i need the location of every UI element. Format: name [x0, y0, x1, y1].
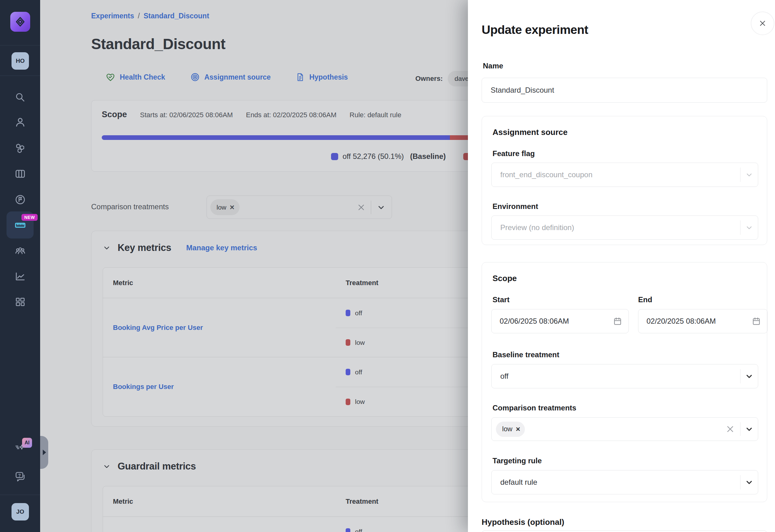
- legend-item-off: off 52,276 (50.1%) (Baseline): [331, 152, 446, 161]
- manage-key-metrics-link[interactable]: Manage key metrics: [186, 243, 257, 252]
- breadcrumb: Experiments/Standard_Discount: [91, 12, 209, 20]
- quick-links: Health Check Assignment source Hypothesi…: [105, 72, 348, 82]
- scope-card: Scope Start End 02/06/2025 08:06AM 02/20…: [482, 262, 767, 502]
- treatment-chip-low[interactable]: low ✕: [210, 199, 239, 215]
- collapse-chevron-icon[interactable]: [103, 244, 111, 252]
- environment-value: Preview (no definition): [500, 223, 574, 232]
- sidebar-item-dashboards[interactable]: [0, 295, 40, 309]
- calendar-icon[interactable]: [752, 317, 761, 326]
- expand-arrow-icon: [42, 450, 47, 455]
- assignment-source-link[interactable]: Assignment source: [190, 72, 271, 82]
- drawer-title: Update experiment: [482, 23, 588, 37]
- svg-text:?: ?: [18, 473, 21, 478]
- targeting-rule-select[interactable]: default rule: [491, 470, 758, 494]
- comparison-treatments-label: Comparison treatments: [91, 202, 169, 211]
- sidebar-item-help[interactable]: ?: [0, 470, 40, 483]
- breadcrumb-separator: /: [138, 12, 140, 20]
- scope-summary-header: Scope Starts at: 02/06/2025 08:06AM Ends…: [102, 110, 402, 119]
- scope-title: Scope: [102, 110, 127, 119]
- treatment-chip-low[interactable]: low ✕: [496, 422, 525, 437]
- hypothesis-optional-heading: Hypothesis (optional): [482, 517, 564, 527]
- close-drawer-button[interactable]: [751, 12, 774, 35]
- end-date-value: 02/20/2025 08:06AM: [647, 317, 716, 326]
- comparison-treatments-label: Comparison treatments: [493, 404, 576, 412]
- sidebar-item-layouts[interactable]: [0, 167, 40, 181]
- metric-link[interactable]: Average Downloads In Promoters Net: [103, 517, 336, 532]
- treatment-dot-low: [346, 339, 350, 346]
- guardrail-metrics-header: Guardrail metrics: [103, 461, 196, 472]
- start-label: Start: [493, 295, 510, 304]
- scope-heading: Scope: [493, 274, 517, 283]
- feature-flag-select[interactable]: front_end_discount_coupon: [491, 163, 758, 187]
- experiment-name-input[interactable]: [482, 78, 767, 103]
- document-icon: [295, 72, 305, 82]
- health-check-label: Health Check: [120, 73, 165, 81]
- treatment-dot-low: [346, 399, 350, 405]
- sidebar-divider: [0, 76, 40, 76]
- chevron-down-icon: [740, 372, 758, 381]
- sidebar-expand-handle[interactable]: [40, 436, 48, 469]
- metric-link[interactable]: Booking Avg Price per User: [103, 298, 336, 357]
- chevron-down-icon[interactable]: [377, 203, 385, 212]
- health-check-link[interactable]: Health Check: [105, 72, 165, 82]
- close-icon: [758, 19, 767, 28]
- comparison-treatments-select[interactable]: low ✕: [206, 196, 392, 219]
- sidebar-item-flags[interactable]: [0, 193, 40, 206]
- baseline-treatment-value: off: [500, 372, 508, 381]
- hypothesis-input[interactable]: [482, 530, 767, 532]
- guardrail-metrics-title: Guardrail metrics: [118, 461, 196, 472]
- start-date-input[interactable]: 02/06/2025 08:06AM: [491, 309, 629, 333]
- column-header-metric: Metric: [103, 486, 336, 517]
- legend-baseline-tag: (Baseline): [410, 152, 446, 161]
- breadcrumb-current[interactable]: Standard_Discount: [143, 12, 209, 20]
- app-logo[interactable]: [10, 12, 30, 32]
- scope-rule: Rule: default rule: [350, 111, 402, 119]
- environment-select[interactable]: Preview (no definition): [491, 215, 758, 240]
- start-date-value: 02/06/2025 08:06AM: [500, 317, 569, 326]
- hypothesis-link[interactable]: Hypothesis: [295, 72, 348, 82]
- user-avatar[interactable]: JO: [12, 503, 29, 520]
- owners-label: Owners:: [415, 75, 443, 83]
- chevron-down-icon: [740, 224, 758, 232]
- sidebar-divider: [0, 495, 40, 495]
- sidebar-item-users[interactable]: [0, 115, 40, 129]
- search-icon: [15, 92, 26, 103]
- new-badge: NEW: [21, 214, 38, 221]
- comparison-treatments-multiselect[interactable]: low ✕: [491, 417, 758, 441]
- person-icon: [14, 116, 26, 128]
- app-screen: HO NEW AI: [0, 0, 775, 532]
- hypothesis-label: Hypothesis: [309, 73, 348, 81]
- targeting-rule-value: default rule: [500, 478, 537, 487]
- sidebar-item-audiences[interactable]: [0, 244, 40, 257]
- update-experiment-drawer: Update experiment Name Assignment source…: [468, 0, 775, 532]
- sidebar-item-ai-assistant[interactable]: [0, 440, 40, 454]
- sidebar-item-search[interactable]: [0, 90, 40, 104]
- baseline-treatment-select[interactable]: off: [491, 364, 758, 388]
- sidebar-item-analytics[interactable]: [0, 270, 40, 283]
- clear-selection-icon[interactable]: [357, 203, 365, 211]
- calendar-icon[interactable]: [613, 317, 622, 326]
- column-header-metric: Metric: [103, 268, 336, 298]
- treatment-chip-label: low: [502, 425, 513, 433]
- assignment-source-label: Assignment source: [204, 73, 271, 81]
- select-divider: [371, 201, 371, 214]
- breadcrumb-experiments[interactable]: Experiments: [91, 12, 134, 20]
- treatment-dot-off: [346, 369, 350, 375]
- line-chart-icon: [14, 271, 26, 282]
- flag-circle-icon: [14, 194, 26, 206]
- treatment-dot-off: [346, 528, 350, 532]
- clear-selection-icon[interactable]: [726, 425, 735, 433]
- feature-flag-value: front_end_discount_coupon: [500, 170, 592, 179]
- sidebar-item-segments[interactable]: [0, 141, 40, 155]
- chevron-down-icon: [740, 478, 758, 487]
- metric-link[interactable]: Bookings per User: [103, 357, 336, 416]
- scope-ends-at: Ends at: 02/20/2025 08:06AM: [246, 111, 336, 119]
- chip-remove-icon[interactable]: ✕: [230, 204, 235, 211]
- hexagons-icon: [14, 142, 26, 154]
- sidebar: HO NEW AI: [0, 0, 40, 532]
- end-date-input[interactable]: 02/20/2025 08:06AM: [638, 309, 768, 333]
- logo-diamond-icon: [15, 16, 26, 27]
- workspace-avatar[interactable]: HO: [12, 52, 29, 70]
- collapse-chevron-icon[interactable]: [103, 462, 111, 470]
- chip-remove-icon[interactable]: ✕: [516, 426, 521, 433]
